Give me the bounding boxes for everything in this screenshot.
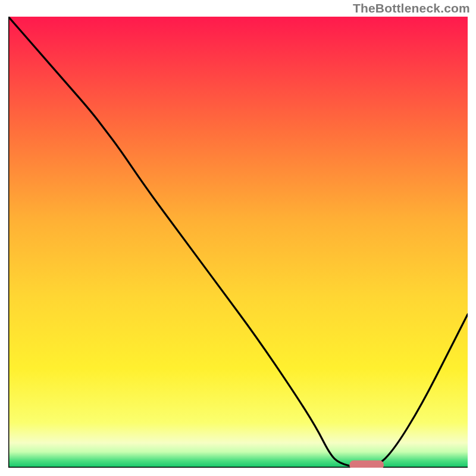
optimal-marker — [349, 461, 384, 468]
chart-container — [8, 17, 468, 468]
attribution-text: TheBottleneck.com — [353, 1, 470, 15]
bottleneck-chart — [8, 17, 468, 468]
gradient-background — [8, 17, 468, 468]
